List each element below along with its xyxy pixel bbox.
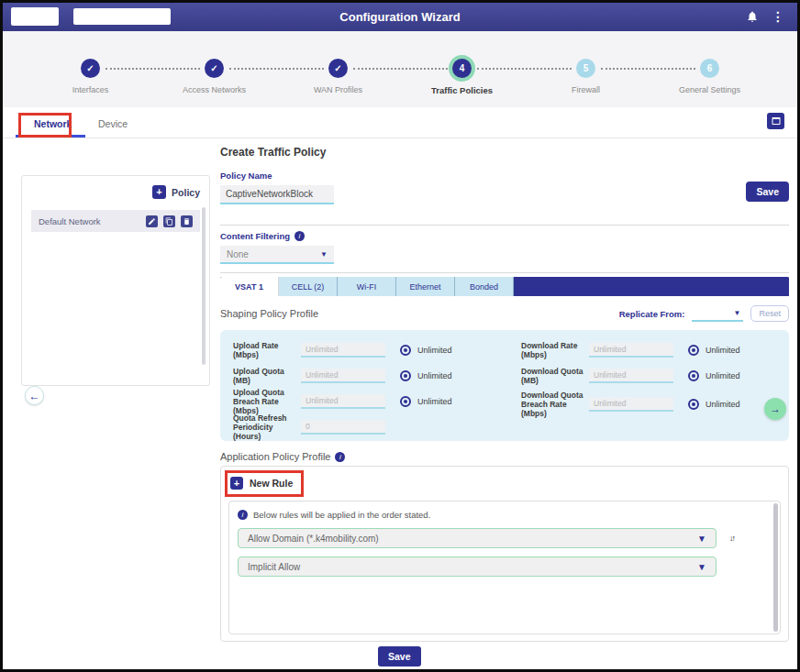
rule-row: Allow Domain (*.k4mobility.com) ▼ ↓↑ bbox=[238, 528, 772, 548]
new-rule-label: New Rule bbox=[250, 478, 293, 489]
list-item-default-network[interactable]: Default Network bbox=[31, 210, 200, 232]
step-label: Firewall bbox=[524, 85, 648, 94]
tab-network[interactable]: Network bbox=[34, 118, 72, 129]
save-bottom-button[interactable]: Save bbox=[378, 646, 421, 666]
unlimited-radio[interactable] bbox=[400, 396, 411, 407]
back-arrow-button[interactable]: ← bbox=[25, 386, 44, 405]
step-wan-profiles[interactable]: ✓ WAN Profiles bbox=[276, 59, 400, 95]
delete-icon[interactable] bbox=[181, 215, 193, 227]
step-firewall[interactable]: 5 Firewall bbox=[524, 59, 648, 95]
upload-quota-label: Upload Quota (MB) bbox=[233, 367, 301, 385]
tab-wifi[interactable]: Wi-FI bbox=[338, 277, 396, 296]
chevron-down-icon: ▼ bbox=[697, 562, 706, 572]
kebab-menu-icon[interactable]: ⋮ bbox=[772, 8, 784, 25]
tab-cell[interactable]: CELL (2) bbox=[279, 277, 338, 296]
page-title: Configuration Wizard bbox=[339, 10, 460, 24]
upload-quota-breach-input[interactable] bbox=[301, 394, 385, 409]
edit-icon[interactable] bbox=[146, 215, 158, 227]
upload-quota-breach-label: Upload Quota Breach Rate (Mbps) bbox=[233, 388, 301, 416]
download-quota-breach-input[interactable] bbox=[589, 397, 673, 412]
plus-icon: + bbox=[230, 477, 243, 490]
info-icon[interactable]: i bbox=[335, 452, 345, 462]
upload-rate-input[interactable] bbox=[301, 343, 385, 358]
tab-ethernet[interactable]: Ethernet bbox=[396, 277, 455, 296]
rule-row: Implicit Allow ▼ bbox=[238, 556, 772, 577]
step-number: 6 bbox=[700, 59, 719, 78]
tab-device[interactable]: Device bbox=[98, 118, 128, 129]
reorder-handle-icon[interactable]: ↓↑ bbox=[729, 534, 734, 543]
step-label: Access Networks bbox=[152, 85, 276, 94]
header-label-placeholder bbox=[73, 8, 171, 25]
quota-refresh-input[interactable] bbox=[301, 420, 385, 435]
wizard-stepper: ✓ Interfaces ✓ Access Networks ✓ WAN Pro… bbox=[3, 31, 797, 95]
form-title: Create Traffic Policy bbox=[220, 146, 789, 159]
application-policy-box: + New Rule i Below rules will be applied… bbox=[220, 466, 789, 642]
shaping-profile-title: Shaping Policy Profile bbox=[220, 308, 318, 319]
active-tab-underline bbox=[16, 135, 85, 138]
unlimited-radio-label: Unlimited bbox=[706, 346, 740, 355]
step-label: WAN Profiles bbox=[276, 85, 400, 94]
step-number: 5 bbox=[576, 59, 595, 78]
replicate-from-select[interactable]: ▼ bbox=[692, 306, 743, 322]
unlimited-radio[interactable] bbox=[688, 345, 699, 356]
unlimited-radio[interactable] bbox=[400, 370, 411, 381]
unlimited-radio-label: Unlimited bbox=[706, 400, 740, 409]
wan-tabbar: VSAT 1 CELL (2) Wi-FI Ethernet Bonded bbox=[220, 277, 789, 296]
info-icon[interactable]: i bbox=[294, 231, 305, 241]
rules-scrollbar[interactable] bbox=[773, 503, 778, 632]
next-arrow-icon: → bbox=[770, 402, 781, 415]
add-policy-button[interactable]: + Policy bbox=[31, 185, 200, 199]
add-policy-label: Policy bbox=[172, 187, 200, 198]
step-label: Traffic Policies bbox=[400, 85, 524, 95]
new-rule-button[interactable]: + New Rule bbox=[228, 474, 294, 492]
rule-allow-domain-select[interactable]: Allow Domain (*.k4mobility.com) ▼ bbox=[238, 528, 717, 548]
network-name: Default Network bbox=[39, 216, 101, 226]
rule-label: Implicit Allow bbox=[248, 562, 300, 572]
expand-view-button[interactable] bbox=[767, 113, 784, 129]
policy-list-scrollbar[interactable] bbox=[202, 207, 206, 365]
rules-order-note: Below rules will be applied in the order… bbox=[253, 510, 430, 520]
divider bbox=[220, 272, 789, 273]
step-number: 4 bbox=[452, 59, 472, 78]
save-policy-button[interactable]: Save bbox=[746, 182, 789, 202]
next-arrow-button[interactable]: → bbox=[764, 398, 786, 420]
step-check-icon: ✓ bbox=[205, 59, 224, 78]
unlimited-radio-label: Unlimited bbox=[417, 371, 452, 380]
step-access-networks[interactable]: ✓ Access Networks bbox=[152, 59, 276, 95]
unlimited-radio[interactable] bbox=[688, 399, 699, 410]
step-label: Interfaces bbox=[28, 85, 152, 94]
chevron-down-icon: ▼ bbox=[320, 250, 328, 259]
upload-quota-input[interactable] bbox=[301, 369, 385, 383]
replicate-from-label: Replicate From: bbox=[619, 309, 685, 319]
content-filtering-value: None bbox=[227, 249, 249, 259]
divider bbox=[220, 225, 789, 226]
unlimited-radio[interactable] bbox=[688, 370, 699, 381]
application-policy-title: Application Policy Profile bbox=[220, 451, 330, 462]
info-icon: i bbox=[238, 510, 248, 520]
step-traffic-policies[interactable]: 4 Traffic Policies bbox=[400, 59, 524, 95]
content-filtering-select[interactable]: None ▼ bbox=[220, 246, 334, 264]
traffic-policy-form: Create Traffic Policy Policy Name Save C… bbox=[220, 146, 789, 642]
copy-icon[interactable] bbox=[163, 215, 175, 227]
chevron-down-icon: ▼ bbox=[734, 309, 741, 317]
step-interfaces[interactable]: ✓ Interfaces bbox=[28, 59, 152, 95]
back-arrow-icon: ← bbox=[29, 390, 40, 402]
unlimited-radio[interactable] bbox=[400, 345, 411, 356]
upload-rate-label: Upload Rate (Mbps) bbox=[233, 341, 301, 359]
tab-vsat1[interactable]: VSAT 1 bbox=[220, 277, 279, 296]
download-rate-input[interactable] bbox=[589, 343, 673, 358]
app-window: Configuration Wizard ⋮ ✓ Interfaces ✓ Ac… bbox=[0, 0, 800, 672]
download-quota-input[interactable] bbox=[589, 369, 673, 383]
policy-list-panel: + Policy Default Network bbox=[21, 175, 210, 386]
reset-button[interactable]: Reset bbox=[750, 305, 789, 322]
step-general-settings[interactable]: 6 General Settings bbox=[648, 59, 772, 95]
notifications-bell-icon[interactable] bbox=[746, 10, 759, 23]
rule-implicit-allow-select[interactable]: Implicit Allow ▼ bbox=[238, 556, 717, 577]
tab-bonded[interactable]: Bonded bbox=[455, 277, 514, 296]
logo-placeholder bbox=[11, 7, 59, 26]
rule-label: Allow Domain (*.k4mobility.com) bbox=[248, 534, 379, 544]
quota-refresh-label: Quota Refresh Periodicity (Hours) bbox=[233, 413, 301, 442]
policy-name-input[interactable] bbox=[220, 185, 334, 204]
wan-tabbar-filler bbox=[514, 277, 789, 296]
app-header: Configuration Wizard ⋮ bbox=[3, 3, 797, 31]
